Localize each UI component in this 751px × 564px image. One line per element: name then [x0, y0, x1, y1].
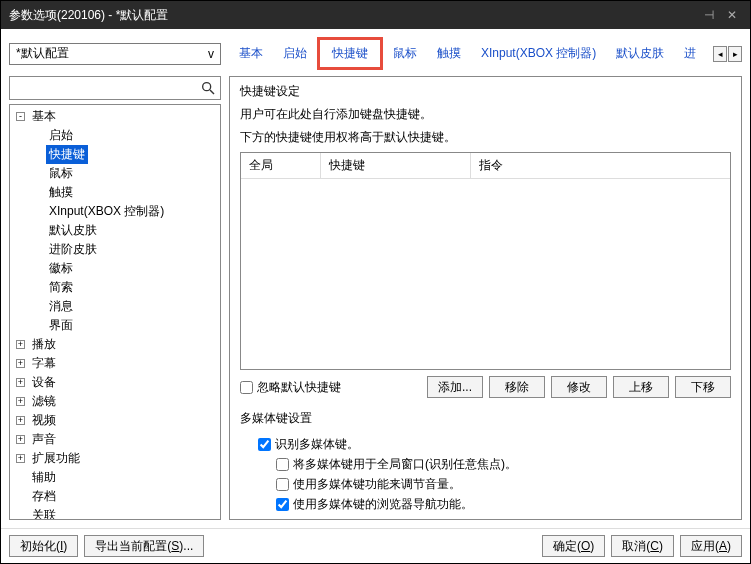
- cancel-button[interactable]: 取消(C): [611, 535, 674, 557]
- pin-icon[interactable]: ⊣: [699, 8, 719, 22]
- config-selected-label: *默认配置: [16, 45, 69, 62]
- tree-item-badge[interactable]: 徽标: [10, 259, 220, 278]
- tab-scroll-right[interactable]: ▸: [728, 46, 742, 62]
- svg-point-0: [203, 83, 211, 91]
- chevron-down-icon: v: [208, 47, 214, 61]
- tree-item-video[interactable]: +视频: [10, 411, 220, 430]
- tree-item-adv-skin[interactable]: 进阶皮肤: [10, 240, 220, 259]
- expand-icon[interactable]: +: [16, 359, 25, 368]
- media-global-checkbox[interactable]: 将多媒体键用于全局窗口(识别任意焦点)。: [258, 456, 731, 473]
- tree-item-xinput[interactable]: XInput(XBOX 控制器): [10, 202, 220, 221]
- tab-default-skin[interactable]: 默认皮肤: [606, 41, 674, 66]
- tab-scroll-left[interactable]: ◂: [713, 46, 727, 62]
- tab-mouse[interactable]: 鼠标: [383, 41, 427, 66]
- media-volume-checkbox[interactable]: 使用多媒体键功能来调节音量。: [258, 476, 731, 493]
- content-row: -基本 启始 快捷键 鼠标 触摸 XInput(XBOX 控制器) 默认皮肤 进…: [9, 76, 742, 520]
- col-shortcut[interactable]: 快捷键: [321, 153, 471, 178]
- section-title: 快捷键设定: [240, 83, 731, 100]
- expand-icon[interactable]: +: [16, 378, 25, 387]
- tree-root-basic[interactable]: -基本: [10, 107, 220, 126]
- tree-item-archive[interactable]: 存档: [10, 487, 220, 506]
- shortcuts-table[interactable]: 全局 快捷键 指令: [240, 152, 731, 370]
- media-section-title: 多媒体键设置: [240, 410, 731, 427]
- col-command[interactable]: 指令: [471, 153, 730, 178]
- desc-line-2: 下方的快捷键使用权将高于默认快捷键。: [240, 129, 731, 146]
- svg-line-1: [210, 90, 214, 94]
- moveup-button[interactable]: 上移: [613, 376, 669, 398]
- tree-item-filter[interactable]: +滤镜: [10, 392, 220, 411]
- media-volume-input[interactable]: [276, 478, 289, 491]
- tree-item-shortcuts[interactable]: 快捷键: [10, 145, 220, 164]
- tab-strip: 基本 启始 快捷键 鼠标 触摸 XInput(XBOX 控制器) 默认皮肤 进 …: [229, 37, 742, 70]
- expand-icon[interactable]: +: [16, 454, 25, 463]
- movedown-button[interactable]: 下移: [675, 376, 731, 398]
- tree-item-device[interactable]: +设备: [10, 373, 220, 392]
- export-button[interactable]: 导出当前配置(S)...: [84, 535, 204, 557]
- sidebar: -基本 启始 快捷键 鼠标 触摸 XInput(XBOX 控制器) 默认皮肤 进…: [9, 76, 221, 520]
- config-select[interactable]: *默认配置 v: [9, 43, 221, 65]
- tree-item-interface[interactable]: 界面: [10, 316, 220, 335]
- remove-button[interactable]: 移除: [489, 376, 545, 398]
- tab-basic[interactable]: 基本: [229, 41, 273, 66]
- tree-item-ext[interactable]: +扩展功能: [10, 449, 220, 468]
- tree-item-start[interactable]: 启始: [10, 126, 220, 145]
- tree-item-audio[interactable]: +声音: [10, 430, 220, 449]
- search-input[interactable]: [9, 76, 221, 100]
- recognize-media-checkbox[interactable]: 识别多媒体键。: [258, 436, 731, 453]
- tree-item-subtitle[interactable]: +字幕: [10, 354, 220, 373]
- tree-item-mouse[interactable]: 鼠标: [10, 164, 220, 183]
- window-title: 参数选项(220106) - *默认配置: [9, 7, 168, 24]
- tree-item-assoc[interactable]: 关联: [10, 506, 220, 520]
- window-controls: ⊣ ✕: [699, 8, 742, 22]
- media-browser-input[interactable]: [276, 498, 289, 511]
- ignore-default-checkbox[interactable]: 忽略默认快捷键: [240, 379, 341, 396]
- window-body: *默认配置 v 基本 启始 快捷键 鼠标 触摸 XInput(XBOX 控制器)…: [1, 29, 750, 528]
- table-toolbar: 忽略默认快捷键 添加... 移除 修改 上移 下移: [240, 376, 731, 398]
- expand-icon[interactable]: +: [16, 435, 25, 444]
- apply-button[interactable]: 应用(A): [680, 535, 742, 557]
- tab-more[interactable]: 进: [674, 41, 706, 66]
- tree-item-default-skin[interactable]: 默认皮肤: [10, 221, 220, 240]
- tree-item-playback[interactable]: +播放: [10, 335, 220, 354]
- add-button[interactable]: 添加...: [427, 376, 483, 398]
- footer: 初始化(I) 导出当前配置(S)... 确定(O) 取消(C) 应用(A): [1, 528, 750, 563]
- ignore-default-input[interactable]: [240, 381, 253, 394]
- main-panel: 快捷键设定 用户可在此处自行添加键盘快捷键。 下方的快捷键使用权将高于默认快捷键…: [229, 76, 742, 520]
- tree-item-search[interactable]: 简索: [10, 278, 220, 297]
- expand-icon[interactable]: +: [16, 340, 25, 349]
- titlebar: 参数选项(220106) - *默认配置 ⊣ ✕: [1, 1, 750, 29]
- desc-line-1: 用户可在此处自行添加键盘快捷键。: [240, 106, 731, 123]
- ok-button[interactable]: 确定(O): [542, 535, 605, 557]
- tree-item-assist[interactable]: 辅助: [10, 468, 220, 487]
- media-options: 识别多媒体键。 将多媒体键用于全局窗口(识别任意焦点)。 使用多媒体键功能来调节…: [240, 436, 731, 513]
- recognize-media-input[interactable]: [258, 438, 271, 451]
- category-tree[interactable]: -基本 启始 快捷键 鼠标 触摸 XInput(XBOX 控制器) 默认皮肤 进…: [9, 104, 221, 520]
- initialize-button[interactable]: 初始化(I): [9, 535, 78, 557]
- tab-xinput[interactable]: XInput(XBOX 控制器): [471, 41, 606, 66]
- close-icon[interactable]: ✕: [722, 8, 742, 22]
- search-icon: [200, 80, 216, 96]
- expand-icon[interactable]: +: [16, 416, 25, 425]
- tree-item-touch[interactable]: 触摸: [10, 183, 220, 202]
- table-header: 全局 快捷键 指令: [241, 153, 730, 179]
- tab-nav: ◂ ▸: [713, 46, 742, 62]
- expand-icon[interactable]: +: [16, 397, 25, 406]
- preferences-window: 参数选项(220106) - *默认配置 ⊣ ✕ *默认配置 v 基本 启始 快…: [0, 0, 751, 564]
- tree-item-message[interactable]: 消息: [10, 297, 220, 316]
- col-global[interactable]: 全局: [241, 153, 321, 178]
- media-browser-checkbox[interactable]: 使用多媒体键的浏览器导航功能。: [258, 496, 731, 513]
- edit-button[interactable]: 修改: [551, 376, 607, 398]
- tab-start[interactable]: 启始: [273, 41, 317, 66]
- media-global-input[interactable]: [276, 458, 289, 471]
- topbar: *默认配置 v 基本 启始 快捷键 鼠标 触摸 XInput(XBOX 控制器)…: [9, 37, 742, 70]
- collapse-icon[interactable]: -: [16, 112, 25, 121]
- tab-shortcuts[interactable]: 快捷键: [317, 37, 383, 70]
- tab-touch[interactable]: 触摸: [427, 41, 471, 66]
